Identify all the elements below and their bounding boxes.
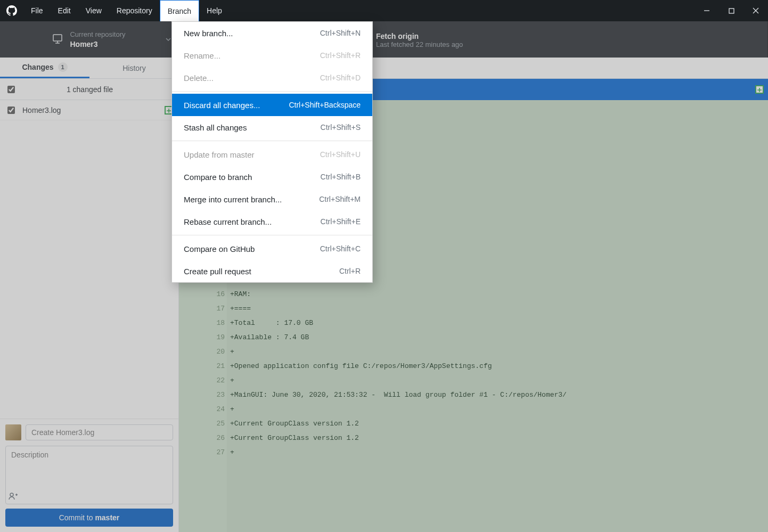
menu-item-repository[interactable]: Repository bbox=[109, 0, 160, 21]
title-bar: FileEditViewRepositoryBranchHelp bbox=[0, 0, 768, 21]
menu-item-file[interactable]: File bbox=[23, 0, 51, 21]
svg-point-7 bbox=[10, 493, 13, 496]
file-checkbox[interactable] bbox=[7, 107, 15, 114]
menu-entry-shortcut: Ctrl+Shift+M bbox=[319, 195, 361, 203]
current-repository-label: Current repository bbox=[70, 30, 125, 38]
menu-entry-label: Create pull request bbox=[184, 267, 251, 276]
github-logo-icon bbox=[6, 5, 17, 16]
menu-entry-label: Merge into current branch... bbox=[184, 195, 282, 204]
menu-entry-create-pull-request[interactable]: Create pull requestCtrl+R bbox=[172, 260, 372, 282]
avatar bbox=[5, 424, 21, 440]
changes-panel: 1 changed file Homer3.log＋ Commit to mas… bbox=[0, 79, 179, 532]
added-file-icon: ＋ bbox=[755, 85, 764, 94]
close-button[interactable] bbox=[744, 0, 768, 21]
fetch-origin-label: Fetch origin bbox=[376, 32, 760, 40]
desktop-icon bbox=[53, 34, 62, 45]
menu-entry-stash-all-changes[interactable]: Stash all changesCtrl+Shift+S bbox=[172, 116, 372, 138]
tabs-row: Changes1History bbox=[0, 58, 768, 79]
commit-button-prefix: Commit to bbox=[59, 513, 95, 522]
minimize-button[interactable] bbox=[695, 0, 719, 21]
menu-item-edit[interactable]: Edit bbox=[51, 0, 78, 21]
tab-label: History bbox=[122, 64, 146, 72]
menu-entry-shortcut: Ctrl+Shift+U bbox=[320, 150, 361, 159]
menu-entry-label: Discard all changes... bbox=[184, 101, 260, 110]
menu-entry-shortcut: Ctrl+Shift+S bbox=[321, 123, 361, 132]
changes-count-label: 1 changed file bbox=[22, 85, 157, 94]
branch-menu-dropdown: New branch...Ctrl+Shift+NRename...Ctrl+S… bbox=[171, 21, 373, 283]
menu-separator bbox=[172, 235, 372, 235]
menu-entry-rebase-current-branch[interactable]: Rebase current branch...Ctrl+Shift+E bbox=[172, 210, 372, 233]
commit-summary-input[interactable] bbox=[26, 424, 173, 440]
menu-entry-discard-all-changes[interactable]: Discard all changes...Ctrl+Shift+Backspa… bbox=[172, 94, 372, 116]
select-all-checkbox[interactable] bbox=[7, 86, 15, 93]
menu-entry-merge-into-current-branch[interactable]: Merge into current branch...Ctrl+Shift+M bbox=[172, 188, 372, 210]
menu-entry-label: Compare on GitHub bbox=[184, 244, 255, 253]
svg-rect-1 bbox=[729, 9, 734, 13]
menu-entry-shortcut: Ctrl+Shift+R bbox=[320, 51, 361, 60]
file-name: Homer3.log bbox=[22, 106, 61, 114]
menu-entry-label: Rebase current branch... bbox=[184, 217, 272, 226]
menu-item-view[interactable]: View bbox=[78, 0, 109, 21]
menu-entry-compare-to-branch[interactable]: Compare to branchCtrl+Shift+B bbox=[172, 166, 372, 188]
fetch-origin-subtitle: Last fetched 22 minutes ago bbox=[376, 40, 760, 48]
menu-entry-new-branch[interactable]: New branch...Ctrl+Shift+N bbox=[172, 22, 372, 44]
tab-history[interactable]: History bbox=[89, 58, 179, 78]
menu-entry-label: Update from master bbox=[184, 150, 255, 159]
tab-label: Changes bbox=[22, 63, 53, 71]
menu-item-help[interactable]: Help bbox=[199, 0, 230, 21]
menu-entry-delete: Delete...Ctrl+Shift+D bbox=[172, 67, 372, 89]
menu-entry-shortcut: Ctrl+Shift+Backspace bbox=[289, 101, 361, 109]
svg-rect-4 bbox=[53, 35, 62, 41]
maximize-button[interactable] bbox=[719, 0, 744, 21]
menu-entry-update-from-master: Update from masterCtrl+Shift+U bbox=[172, 143, 372, 166]
commit-box: Commit to master bbox=[0, 419, 178, 532]
menu-entry-label: Delete... bbox=[184, 73, 214, 83]
menu-entry-label: New branch... bbox=[184, 29, 233, 38]
commit-button-branch: master bbox=[95, 513, 119, 522]
menu-entry-shortcut: Ctrl+Shift+D bbox=[320, 73, 361, 82]
current-repository-value: Homer3 bbox=[70, 40, 125, 48]
menu-separator bbox=[172, 91, 372, 92]
current-repository-selector[interactable]: Current repository Homer3 bbox=[0, 21, 179, 58]
toolbar: Current repository Homer3 Fetch origin L… bbox=[0, 21, 768, 58]
menu-item-branch[interactable]: Branch bbox=[160, 0, 199, 21]
commit-description-input[interactable] bbox=[5, 446, 173, 504]
menu-entry-shortcut: Ctrl+Shift+E bbox=[321, 217, 361, 226]
chevron-down-icon bbox=[166, 38, 171, 41]
commit-button[interactable]: Commit to master bbox=[5, 509, 173, 527]
file-row[interactable]: Homer3.log＋ bbox=[0, 100, 178, 120]
menu-entry-shortcut: Ctrl+Shift+N bbox=[320, 29, 361, 37]
menu-separator bbox=[172, 141, 372, 141]
menu-entry-shortcut: Ctrl+Shift+B bbox=[321, 173, 361, 181]
menu-entry-label: Stash all changes bbox=[184, 123, 247, 132]
main-area: 1 changed file Homer3.log＋ Commit to mas… bbox=[0, 79, 768, 532]
menu-entry-shortcut: Ctrl+R bbox=[339, 267, 361, 275]
tab-changes[interactable]: Changes1 bbox=[0, 58, 89, 78]
menu-entry-compare-on-github[interactable]: Compare on GitHubCtrl+Shift+C bbox=[172, 238, 372, 260]
tab-badge: 1 bbox=[58, 62, 68, 72]
menu-entry-label: Compare to branch bbox=[184, 173, 252, 182]
changes-header: 1 changed file bbox=[0, 79, 178, 100]
menu-entry-shortcut: Ctrl+Shift+C bbox=[320, 244, 361, 253]
menu-entry-rename: Rename...Ctrl+Shift+R bbox=[172, 44, 372, 67]
menu-entry-label: Rename... bbox=[184, 51, 220, 60]
